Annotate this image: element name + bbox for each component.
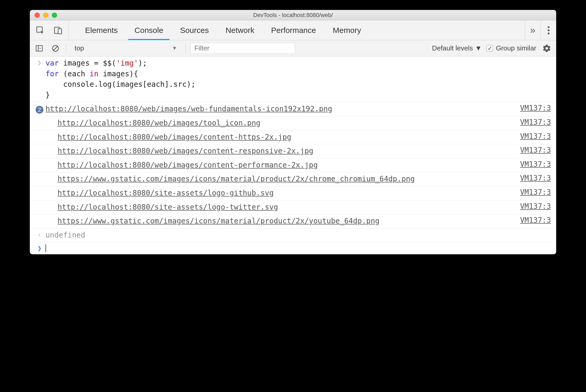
tab-bar: ElementsConsoleSourcesNetworkPerformance… <box>30 20 556 40</box>
console-log-row: http://localhost:8080/site-assets/logo-t… <box>30 200 556 215</box>
console-log-row: http://localhost:8080/web/images/tool_ic… <box>30 116 556 130</box>
filter-input[interactable] <box>190 43 295 54</box>
log-url-link[interactable]: http://localhost:8080/web/images/web-fun… <box>46 105 332 113</box>
close-window-button[interactable] <box>35 13 40 18</box>
chevron-down-icon: ▼ <box>172 45 177 51</box>
devtools-window: DevTools - localhost:8080/web/ ElementsC… <box>30 10 556 254</box>
console-prompt[interactable]: ❯ <box>30 242 556 254</box>
log-source-link[interactable]: VM137:3 <box>515 104 551 112</box>
tab-performance[interactable]: Performance <box>263 20 324 40</box>
minimize-window-button[interactable] <box>43 13 48 18</box>
console-log-row: https://www.gstatic.com/images/icons/mat… <box>30 172 556 186</box>
console-log-row: 2http://localhost:8080/web/images/web-fu… <box>30 102 556 116</box>
levels-label: Default levels <box>432 44 473 52</box>
return-chevron-icon: ‹ <box>38 231 41 238</box>
log-url-link[interactable]: http://localhost:8080/web/images/content… <box>58 133 291 141</box>
log-source-link[interactable]: VM137:3 <box>515 188 551 197</box>
kebab-menu-icon[interactable] <box>540 20 556 40</box>
svg-point-4 <box>548 29 549 31</box>
console-settings-icon[interactable] <box>541 43 553 54</box>
titlebar: DevTools - localhost:8080/web/ <box>30 10 556 20</box>
log-url-link[interactable]: http://localhost:8080/web/images/content… <box>58 147 313 155</box>
log-url-link[interactable]: http://localhost:8080/web/images/tool_ic… <box>58 119 260 127</box>
svg-point-5 <box>548 32 549 34</box>
tab-sources[interactable]: Sources <box>172 20 217 40</box>
log-source-link[interactable]: VM137:3 <box>515 146 551 154</box>
panel-tabs: ElementsConsoleSourcesNetworkPerformance… <box>69 20 525 40</box>
svg-rect-6 <box>36 45 42 51</box>
svg-point-3 <box>548 26 549 28</box>
svg-line-9 <box>54 46 58 50</box>
context-select-label: top <box>75 44 84 52</box>
console-input-echo: ❯ var images = $$('img'); for (each in i… <box>30 56 556 102</box>
console-log-row: http://localhost:8080/site-assets/logo-g… <box>30 186 556 200</box>
maximize-window-button[interactable] <box>52 13 57 18</box>
console-log-row: http://localhost:8080/web/images/content… <box>30 158 556 172</box>
tab-memory[interactable]: Memory <box>324 20 369 40</box>
tab-network[interactable]: Network <box>217 20 263 40</box>
log-url-link[interactable]: http://localhost:8080/web/images/content… <box>58 161 318 169</box>
console-return-row: ‹ undefined <box>30 228 556 243</box>
tabs-overflow-button[interactable]: » <box>525 20 540 40</box>
group-similar-toggle[interactable]: ✓ Group similar <box>486 44 536 52</box>
console-toolbar: top ▼ Default levels ▼ ✓ Group similar <box>30 40 556 56</box>
log-levels-select[interactable]: Default levels ▼ <box>432 44 482 52</box>
log-url-link[interactable]: https://www.gstatic.com/images/icons/mat… <box>58 217 380 225</box>
checkbox-icon: ✓ <box>486 45 493 52</box>
text-cursor <box>46 244 46 252</box>
log-source-link[interactable]: VM137:3 <box>515 132 551 141</box>
code-text: var images = $$('img'); for (each in ima… <box>46 58 551 100</box>
traffic-lights <box>30 13 57 18</box>
tabbar-tools <box>30 20 69 40</box>
log-url-link[interactable]: https://www.gstatic.com/images/icons/mat… <box>58 175 415 183</box>
tab-console[interactable]: Console <box>126 20 172 40</box>
log-url-link[interactable]: http://localhost:8080/site-assets/logo-g… <box>58 189 274 197</box>
clear-console-icon[interactable] <box>50 43 61 54</box>
inspect-element-icon[interactable] <box>35 25 46 36</box>
svg-rect-2 <box>58 29 62 34</box>
window-title: DevTools - localhost:8080/web/ <box>30 12 556 19</box>
repeat-count-badge: 2 <box>36 106 43 114</box>
device-toolbar-icon[interactable] <box>52 25 64 36</box>
show-console-sidebar-icon[interactable] <box>33 43 45 54</box>
log-source-link[interactable]: VM137:3 <box>515 118 551 126</box>
tab-elements[interactable]: Elements <box>77 20 126 40</box>
console-log-row: http://localhost:8080/web/images/content… <box>30 130 556 145</box>
log-source-link[interactable]: VM137:3 <box>515 174 551 182</box>
prompt-chevron-icon: ❯ <box>33 244 46 252</box>
log-source-link[interactable]: VM137:3 <box>515 216 551 224</box>
log-url-link[interactable]: http://localhost:8080/site-assets/logo-t… <box>58 203 278 211</box>
console-log-row: http://localhost:8080/web/images/content… <box>30 144 556 158</box>
log-source-link[interactable]: VM137:3 <box>515 202 551 211</box>
console-log-row: https://www.gstatic.com/images/icons/mat… <box>30 214 556 228</box>
log-source-link[interactable]: VM137:3 <box>515 160 551 169</box>
chevron-down-icon: ▼ <box>475 44 482 52</box>
input-chevron-icon: ❯ <box>38 59 41 66</box>
console-output: ❯ var images = $$('img'); for (each in i… <box>30 56 556 254</box>
group-similar-label: Group similar <box>496 44 536 52</box>
return-value: undefined <box>46 230 551 241</box>
execution-context-select[interactable]: top ▼ <box>71 44 181 52</box>
